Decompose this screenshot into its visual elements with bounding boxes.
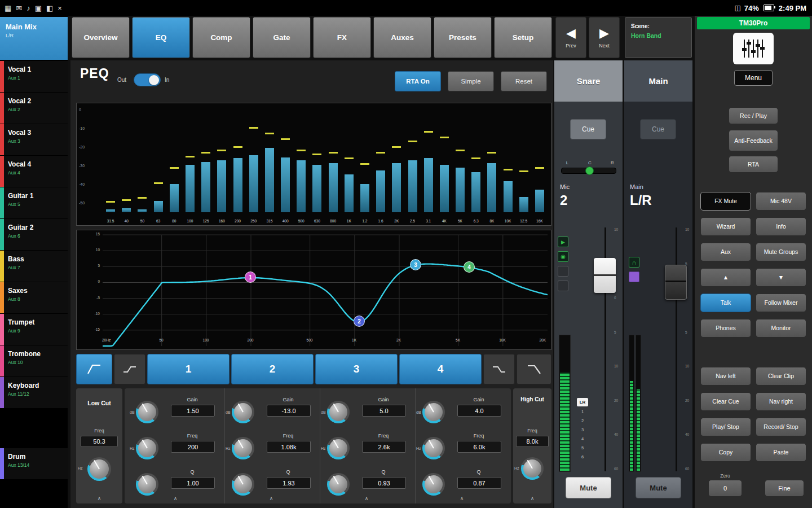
pan-slider[interactable]: LCR [561,168,616,174]
tab-overview[interactable]: Overview [72,17,130,58]
tab-fx[interactable]: FX [313,17,371,58]
gain-knob[interactable] [232,401,254,423]
knob-value-box[interactable]: 1.50 [171,405,215,417]
knob-value-box[interactable]: 0.93 [362,477,406,489]
sidebar-item-keyboard[interactable]: KeyboardAux 11/12 [0,377,68,408]
phones-indicator[interactable]: ∩ [629,257,639,268]
gain-knob[interactable] [136,401,158,423]
simple-eq-button[interactable]: Simple [448,71,494,91]
cue-button[interactable]: Cue [640,119,676,139]
high-cut-band-button[interactable] [517,354,551,384]
q-knob[interactable] [136,473,158,496]
low-cut-freq-knob[interactable] [87,457,111,481]
nav-up-button[interactable]: ▲ [700,268,751,287]
strip-header-snare[interactable]: Snare [554,60,623,102]
rp-button-info[interactable]: Info [756,217,806,236]
scene-box[interactable]: Scene: Horn Band [625,17,692,58]
fader-cap[interactable] [665,265,687,300]
knob-value-box[interactable]: 2.6k [362,441,406,453]
sidebar-item-guitar-2[interactable]: Guitar 2Aux 6 [0,219,68,250]
knob-value-box[interactable]: 1.00 [171,477,215,489]
mixer-logo-tile[interactable] [733,33,774,64]
fader-track[interactable] [676,227,677,471]
nav-down-button[interactable]: ▼ [756,268,806,287]
tab-eq[interactable]: EQ [132,17,190,58]
fine-button[interactable]: Fine [765,480,804,497]
sidebar-item-trombone[interactable]: TromboneAux 10 [0,345,68,376]
rp-button-wizard[interactable]: Wizard [700,217,751,236]
rp-button-talk[interactable]: Talk [700,294,751,312]
high-shelf-band-button[interactable] [483,354,515,384]
knob-value-box[interactable]: 0.87 [457,477,501,489]
rta-on-button[interactable]: RTA On [395,71,441,91]
knob-value-box[interactable]: 1.93 [267,477,311,489]
assign-indicator-2[interactable] [558,281,568,291]
sidebar-item-vocal-1[interactable]: Vocal 1Aux 1 [0,61,68,92]
tab-setup[interactable]: Setup [494,17,552,58]
rp-button-nav-right[interactable]: Nav right [756,392,806,411]
sidebar-item-bass[interactable]: BassAux 7 [0,251,68,282]
low-cut-band-button[interactable] [76,354,112,384]
freq-knob[interactable] [422,437,445,459]
rp-button-phones[interactable]: Phones [700,319,751,338]
sidebar-item-main-mix[interactable]: Main Mix L/R [0,17,68,60]
menu-button[interactable]: Menu [734,70,773,86]
gain-knob[interactable] [422,401,445,423]
fader-cap[interactable] [594,258,616,293]
rp-button-monitor[interactable]: Monitor [756,319,806,338]
strip-header-main[interactable]: Main [624,60,692,102]
tab-presets[interactable]: Presets [434,17,492,58]
knob-value-box[interactable]: 1.08k [267,441,311,453]
eq-band-button-1[interactable]: 1 [147,354,230,384]
eq-band-handle-3[interactable]: 3 [410,259,421,270]
rp-button-record-stop[interactable]: Record/ Stop [756,418,806,436]
eq-band-handle-4[interactable]: 4 [464,261,475,273]
sidebar-item-vocal-4[interactable]: Vocal 4Aux 4 [0,156,68,187]
rp-button-rta[interactable]: RTA [729,156,778,173]
pan-knob[interactable] [585,167,594,175]
rp-button-copy[interactable]: Copy [700,443,751,462]
q-knob[interactable] [327,473,350,496]
knob-value-box[interactable]: 200 [171,441,215,453]
eq-band-handle-2[interactable]: 2 [354,316,365,327]
rp-button-mute-groups[interactable]: Mute Groups [756,243,806,261]
eq-band-button-4[interactable]: 4 [399,354,482,384]
low-cut-value-box[interactable]: 50.3 [81,436,118,447]
sidebar-item-saxes[interactable]: SaxesAux 8 [0,282,68,313]
sidebar-item-vocal-3[interactable]: Vocal 3Aux 3 [0,124,68,155]
tab-auxes[interactable]: Auxes [373,17,431,58]
next-channel-button[interactable]: ▶ Next [589,17,620,58]
rp-button-mic-48v[interactable]: Mic 48V [756,192,806,211]
knob-value-box[interactable]: 5.0 [362,405,406,417]
eq-band-button-2[interactable]: 2 [231,354,314,384]
tab-gate[interactable]: Gate [253,17,311,58]
rp-button-clear-clip[interactable]: Clear Clip [756,367,806,386]
prev-channel-button[interactable]: ◀ Prev [555,17,586,58]
rp-button-fx-mute[interactable]: FX Mute [700,192,751,211]
knob-value-box[interactable]: 4.0 [457,405,501,417]
freq-knob[interactable] [136,437,158,459]
sidebar-item-drum[interactable]: DrumAux 13/14 [0,448,68,479]
q-knob[interactable] [422,473,445,496]
record-arm-button[interactable]: ▶ [558,237,568,247]
eq-band-handle-1[interactable]: 1 [245,271,256,283]
zero-button[interactable]: 0 [708,480,742,497]
knob-value-box[interactable]: -13.0 [267,405,311,417]
low-shelf-band-button[interactable] [114,354,145,384]
freq-knob[interactable] [232,437,254,459]
cue-button[interactable]: Cue [570,119,606,139]
q-knob[interactable] [232,473,254,496]
rp-button-rec-play[interactable]: Rec / Play [729,107,778,124]
knob-value-box[interactable]: 6.0k [457,441,501,453]
tab-comp[interactable]: Comp [192,17,250,58]
rp-button-paste[interactable]: Paste [756,443,806,462]
sidebar-item-guitar-1[interactable]: Guitar 1Aux 5 [0,187,68,218]
rp-button-aux[interactable]: Aux [700,243,751,261]
rp-button-follow-mixer[interactable]: Follow Mixer [756,294,806,312]
high-cut-value-box[interactable]: 8.0k [516,436,549,447]
cue-indicator-button[interactable]: ◉ [558,251,568,262]
peq-in-out-toggle[interactable] [134,73,161,86]
reset-eq-button[interactable]: Reset [501,71,547,91]
freq-knob[interactable] [327,437,350,459]
eq-band-button-3[interactable]: 3 [315,354,398,384]
